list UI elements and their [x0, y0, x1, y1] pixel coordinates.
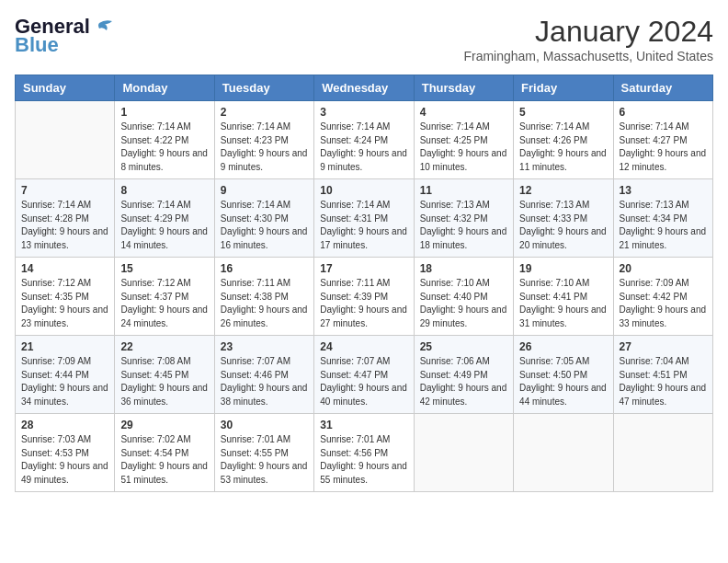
day-info: Sunrise: 7:13 AMSunset: 4:34 PMDaylight:…: [620, 199, 707, 252]
week-row-4: 21Sunrise: 7:09 AMSunset: 4:44 PMDayligh…: [16, 336, 713, 414]
day-number: 17: [320, 262, 407, 275]
day-cell: 17Sunrise: 7:11 AMSunset: 4:39 PMDayligh…: [314, 258, 414, 336]
day-number: 24: [320, 340, 407, 353]
day-cell: 11Sunrise: 7:13 AMSunset: 4:32 PMDayligh…: [414, 179, 513, 258]
day-info: Sunrise: 7:14 AMSunset: 4:25 PMDaylight:…: [420, 121, 507, 174]
day-number: 30: [221, 419, 308, 431]
day-number: 28: [21, 419, 108, 431]
day-cell: 3Sunrise: 7:14 AMSunset: 4:24 PMDaylight…: [314, 101, 414, 179]
day-number: 26: [519, 340, 607, 353]
day-cell: 6Sunrise: 7:14 AMSunset: 4:27 PMDaylight…: [613, 101, 712, 179]
day-cell: 27Sunrise: 7:04 AMSunset: 4:51 PMDayligh…: [613, 336, 712, 414]
day-cell: 9Sunrise: 7:14 AMSunset: 4:30 PMDaylight…: [214, 179, 313, 258]
col-header-friday: Friday: [514, 75, 613, 101]
day-info: Sunrise: 7:09 AMSunset: 4:44 PMDaylight:…: [21, 355, 108, 408]
day-number: 6: [620, 106, 707, 119]
day-number: 7: [21, 184, 108, 197]
day-info: Sunrise: 7:12 AMSunset: 4:35 PMDaylight:…: [21, 277, 108, 330]
day-cell: 5Sunrise: 7:14 AMSunset: 4:26 PMDaylight…: [514, 101, 613, 179]
col-header-wednesday: Wednesday: [314, 75, 414, 101]
day-number: 1: [120, 106, 208, 119]
week-row-2: 7Sunrise: 7:14 AMSunset: 4:28 PMDaylight…: [16, 179, 713, 258]
day-number: 13: [620, 184, 707, 197]
page-header: General Blue January 2024 Framingham, Ma…: [15, 15, 713, 63]
day-number: 14: [21, 262, 108, 275]
day-cell: 15Sunrise: 7:12 AMSunset: 4:37 PMDayligh…: [115, 258, 214, 336]
month-title: January 2024: [463, 15, 713, 49]
day-cell: 19Sunrise: 7:10 AMSunset: 4:41 PMDayligh…: [514, 258, 613, 336]
day-cell: 20Sunrise: 7:09 AMSunset: 4:42 PMDayligh…: [613, 258, 712, 336]
day-info: Sunrise: 7:05 AMSunset: 4:50 PMDaylight:…: [519, 355, 607, 408]
day-cell: 16Sunrise: 7:11 AMSunset: 4:38 PMDayligh…: [214, 258, 313, 336]
day-cell: 13Sunrise: 7:13 AMSunset: 4:34 PMDayligh…: [613, 179, 712, 258]
day-number: 5: [519, 106, 607, 119]
week-row-3: 14Sunrise: 7:12 AMSunset: 4:35 PMDayligh…: [16, 258, 713, 336]
day-number: 23: [221, 340, 308, 353]
day-number: 3: [320, 106, 407, 119]
day-info: Sunrise: 7:08 AMSunset: 4:45 PMDaylight:…: [120, 355, 208, 408]
day-info: Sunrise: 7:01 AMSunset: 4:55 PMDaylight:…: [221, 433, 308, 487]
day-cell: 7Sunrise: 7:14 AMSunset: 4:28 PMDaylight…: [16, 179, 115, 258]
day-info: Sunrise: 7:13 AMSunset: 4:33 PMDaylight:…: [519, 199, 607, 252]
day-cell: 2Sunrise: 7:14 AMSunset: 4:23 PMDaylight…: [214, 101, 313, 179]
day-info: Sunrise: 7:09 AMSunset: 4:42 PMDaylight:…: [620, 277, 707, 330]
day-info: Sunrise: 7:14 AMSunset: 4:29 PMDaylight:…: [120, 199, 208, 252]
day-number: 31: [320, 419, 407, 431]
day-number: 20: [620, 262, 707, 275]
day-number: 16: [221, 262, 308, 275]
week-row-1: 1Sunrise: 7:14 AMSunset: 4:22 PMDaylight…: [16, 101, 713, 179]
day-info: Sunrise: 7:10 AMSunset: 4:40 PMDaylight:…: [420, 277, 507, 330]
day-number: 27: [620, 340, 707, 353]
day-cell: 29Sunrise: 7:02 AMSunset: 4:54 PMDayligh…: [115, 414, 214, 492]
day-info: Sunrise: 7:07 AMSunset: 4:46 PMDaylight:…: [221, 355, 308, 408]
day-cell: 10Sunrise: 7:14 AMSunset: 4:31 PMDayligh…: [314, 179, 414, 258]
day-info: Sunrise: 7:01 AMSunset: 4:56 PMDaylight:…: [320, 433, 407, 487]
day-info: Sunrise: 7:11 AMSunset: 4:38 PMDaylight:…: [221, 277, 308, 330]
day-cell: 14Sunrise: 7:12 AMSunset: 4:35 PMDayligh…: [16, 258, 115, 336]
day-cell: 30Sunrise: 7:01 AMSunset: 4:55 PMDayligh…: [214, 414, 313, 492]
day-info: Sunrise: 7:14 AMSunset: 4:28 PMDaylight:…: [21, 199, 108, 252]
col-header-sunday: Sunday: [16, 75, 115, 101]
day-info: Sunrise: 7:14 AMSunset: 4:22 PMDaylight:…: [120, 121, 208, 174]
day-info: Sunrise: 7:14 AMSunset: 4:24 PMDaylight:…: [320, 121, 407, 174]
day-cell: [414, 414, 513, 492]
day-info: Sunrise: 7:06 AMSunset: 4:49 PMDaylight:…: [420, 355, 507, 408]
day-info: Sunrise: 7:14 AMSunset: 4:27 PMDaylight:…: [620, 121, 707, 174]
day-info: Sunrise: 7:07 AMSunset: 4:47 PMDaylight:…: [320, 355, 407, 408]
day-cell: [514, 414, 613, 492]
day-number: 2: [221, 106, 308, 119]
day-cell: 4Sunrise: 7:14 AMSunset: 4:25 PMDaylight…: [414, 101, 513, 179]
day-number: 18: [420, 262, 507, 275]
day-info: Sunrise: 7:12 AMSunset: 4:37 PMDaylight:…: [120, 277, 208, 330]
location-subtitle: Framingham, Massachusetts, United States: [463, 49, 713, 63]
day-cell: 8Sunrise: 7:14 AMSunset: 4:29 PMDaylight…: [115, 179, 214, 258]
day-info: Sunrise: 7:10 AMSunset: 4:41 PMDaylight:…: [519, 277, 607, 330]
day-number: 10: [320, 184, 407, 197]
day-cell: 25Sunrise: 7:06 AMSunset: 4:49 PMDayligh…: [414, 336, 513, 414]
day-info: Sunrise: 7:11 AMSunset: 4:39 PMDaylight:…: [320, 277, 407, 330]
day-number: 25: [420, 340, 507, 353]
day-cell: 12Sunrise: 7:13 AMSunset: 4:33 PMDayligh…: [514, 179, 613, 258]
day-number: 15: [120, 262, 208, 275]
day-number: 21: [21, 340, 108, 353]
day-number: 11: [420, 184, 507, 197]
day-cell: 26Sunrise: 7:05 AMSunset: 4:50 PMDayligh…: [514, 336, 613, 414]
day-number: 9: [221, 184, 308, 197]
day-info: Sunrise: 7:14 AMSunset: 4:23 PMDaylight:…: [221, 121, 308, 174]
day-info: Sunrise: 7:02 AMSunset: 4:54 PMDaylight:…: [120, 433, 208, 487]
col-header-monday: Monday: [115, 75, 214, 101]
day-cell: 1Sunrise: 7:14 AMSunset: 4:22 PMDaylight…: [115, 101, 214, 179]
logo: General Blue: [15, 15, 112, 57]
title-block: January 2024 Framingham, Massachusetts, …: [463, 15, 713, 63]
day-cell: 31Sunrise: 7:01 AMSunset: 4:56 PMDayligh…: [314, 414, 414, 492]
day-cell: 21Sunrise: 7:09 AMSunset: 4:44 PMDayligh…: [16, 336, 115, 414]
logo-bird-icon: [92, 19, 112, 34]
day-cell: 23Sunrise: 7:07 AMSunset: 4:46 PMDayligh…: [214, 336, 313, 414]
calendar-table: SundayMondayTuesdayWednesdayThursdayFrid…: [15, 75, 713, 492]
day-info: Sunrise: 7:14 AMSunset: 4:26 PMDaylight:…: [519, 121, 607, 174]
col-header-saturday: Saturday: [613, 75, 712, 101]
day-cell: [16, 101, 115, 179]
logo-text-blue: Blue: [15, 33, 59, 57]
day-info: Sunrise: 7:03 AMSunset: 4:53 PMDaylight:…: [21, 433, 108, 487]
day-cell: 18Sunrise: 7:10 AMSunset: 4:40 PMDayligh…: [414, 258, 513, 336]
